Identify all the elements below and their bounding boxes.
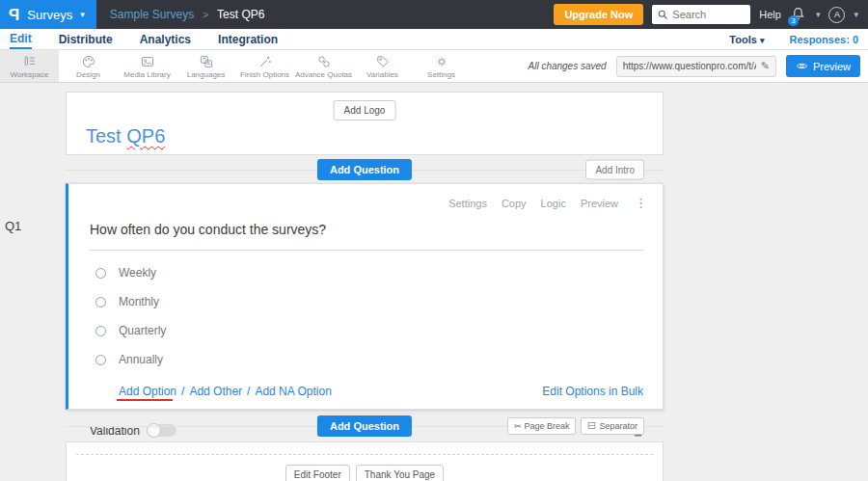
option-label: Quarterly (119, 324, 166, 337)
separator-label: Separator (599, 421, 637, 431)
responses-link[interactable]: Responses: 0 (789, 34, 858, 45)
link-separator: / (181, 385, 184, 398)
chevron-down-icon[interactable]: ▾ (816, 10, 821, 19)
add-question-button[interactable]: Add Question (317, 159, 412, 180)
gear-icon (434, 54, 449, 69)
question-copy-link[interactable]: Copy (502, 198, 527, 209)
survey-title-misspelled-word: QP6 (126, 125, 165, 147)
add-other-link[interactable]: Add Other (189, 385, 242, 398)
option-row-quarterly[interactable]: Quarterly (95, 324, 663, 337)
toolbar-label: Media Library (123, 70, 170, 79)
avatar[interactable]: A (828, 7, 845, 23)
question-preview-link[interactable]: Preview (581, 198, 618, 209)
kebab-menu-icon[interactable]: ⋮ (635, 196, 647, 210)
edit-footer-button[interactable]: Edit Footer (285, 465, 350, 481)
radio-icon[interactable] (95, 297, 106, 307)
tab-edit[interactable]: Edit (10, 29, 32, 49)
question-number-label: Q1 (5, 219, 21, 233)
toolbar-right: All changes saved https://www.questionpr… (528, 50, 868, 82)
wand-icon (258, 54, 273, 69)
thank-you-page-button[interactable]: Thank You Page (356, 465, 444, 481)
save-status: All changes saved (528, 61, 606, 71)
question-text[interactable]: How often do you conduct the surveys? (90, 222, 643, 251)
toolbar-item-settings[interactable]: Settings (412, 50, 471, 82)
add-question-button[interactable]: Add Question (317, 415, 412, 437)
help-link[interactable]: Help (759, 9, 781, 20)
radio-icon[interactable] (95, 268, 106, 279)
breadcrumb-current: Test QP6 (217, 8, 264, 21)
survey-canvas: Add Logo Test QP6 Add Question Add Intro… (0, 83, 868, 481)
edit-toolbar: Workspace Design Media Library A Languag… (0, 50, 868, 83)
question-actions: Settings Copy Logic Preview ⋮ (68, 184, 663, 210)
page-break-button[interactable]: ✂ Page Break (507, 417, 577, 435)
notification-badge: 3 (788, 15, 799, 26)
scissors-icon: ✂ (514, 421, 522, 431)
insert-row-right: ✂ Page Break Separator (507, 417, 644, 435)
search-box[interactable] (652, 5, 750, 24)
survey-title-text: Test (86, 125, 126, 147)
tab-distribute[interactable]: Distribute (59, 30, 113, 48)
survey-title[interactable]: Test QP6 (86, 125, 165, 147)
option-label: Monthly (119, 295, 159, 308)
toolbar-label: Variables (366, 70, 398, 79)
edit-pencil-icon[interactable]: ✎ (761, 60, 770, 72)
option-row-weekly[interactable]: Weekly (95, 266, 663, 280)
add-na-option-link[interactable]: Add NA Option (255, 385, 331, 398)
toolbar-label: Advance Quotas (295, 70, 352, 79)
svg-text:A: A (206, 61, 210, 67)
tools-menu[interactable]: Tools ▾ (729, 34, 764, 45)
preview-button[interactable]: Preview (786, 55, 860, 77)
question-logic-link[interactable]: Logic (541, 198, 566, 209)
add-option-link[interactable]: Add Option (119, 385, 176, 398)
notifications-button[interactable]: 3 (790, 6, 807, 23)
toolbar-item-design[interactable]: Design (59, 50, 118, 82)
survey-url: https://www.questionpro.com/t/APNrFZ (623, 61, 756, 71)
chevron-down-icon[interactable]: ▾ (854, 10, 858, 19)
option-row-annually[interactable]: Annually (95, 353, 663, 366)
workspace-icon (22, 54, 38, 69)
translate-icon: A (199, 54, 214, 69)
chevron-down-icon: ▾ (760, 36, 765, 45)
option-label: Weekly (119, 266, 156, 280)
survey-url-field[interactable]: https://www.questionpro.com/t/APNrFZ ✎ (616, 56, 776, 77)
question-settings-link[interactable]: Settings (448, 198, 487, 209)
answer-options: Weekly Monthly Quarterly Annually (95, 266, 663, 366)
tab-analytics[interactable]: Analytics (140, 30, 191, 48)
search-input[interactable] (672, 9, 746, 20)
toolbar-item-media-library[interactable]: Media Library (118, 50, 176, 82)
tab-integration[interactable]: Integration (218, 30, 278, 48)
add-intro-button[interactable]: Add Intro (585, 159, 644, 179)
radio-icon[interactable] (95, 326, 106, 336)
option-label: Annually (119, 353, 163, 366)
survey-header-card: Add Logo Test QP6 (66, 92, 664, 155)
toolbar-label: Settings (427, 70, 455, 79)
breadcrumb-separator-icon: > (203, 10, 208, 20)
nav-right: Tools ▾ Responses: 0 (729, 34, 858, 45)
toolbar-item-languages[interactable]: A Languages (176, 50, 235, 82)
product-menu-label: Surveys (27, 8, 72, 22)
toolbar-item-advance-quotas[interactable]: Advance Quotas (294, 50, 353, 82)
product-switcher[interactable]: P Surveys ▾ (0, 0, 96, 29)
question-card: Q1 Settings Copy Logic Preview ⋮ How oft… (66, 183, 664, 410)
add-logo-button[interactable]: Add Logo (334, 100, 396, 120)
edit-options-in-bulk-link[interactable]: Edit Options in Bulk (542, 385, 643, 398)
breadcrumb: Sample Surveys > Test QP6 (110, 8, 265, 21)
upgrade-now-button[interactable]: Upgrade Now (554, 4, 643, 25)
palette-icon (81, 54, 96, 69)
topbar-right: Upgrade Now Help 3 ▾ A ▾ (554, 4, 868, 25)
separator-icon (587, 421, 596, 430)
chain-icon (316, 54, 332, 69)
toolbar-item-workspace[interactable]: Workspace (0, 50, 59, 82)
chevron-down-icon: ▾ (80, 10, 85, 19)
toolbar-item-variables[interactable]: Variables (353, 50, 412, 82)
insert-row-bottom: Add Question ✂ Page Break Separator (66, 410, 664, 441)
radio-icon[interactable] (95, 355, 106, 365)
toolbar-label: Design (76, 70, 100, 79)
option-links-row: Add Option / Add Other / Add NA Option E… (119, 385, 643, 398)
eye-icon (796, 60, 808, 72)
breadcrumb-parent[interactable]: Sample Surveys (110, 8, 194, 21)
toolbar-item-finish-options[interactable]: Finish Options (235, 50, 294, 82)
toolbar-label: Workspace (11, 70, 49, 79)
option-row-monthly[interactable]: Monthly (95, 295, 663, 308)
separator-button[interactable]: Separator (581, 417, 644, 435)
